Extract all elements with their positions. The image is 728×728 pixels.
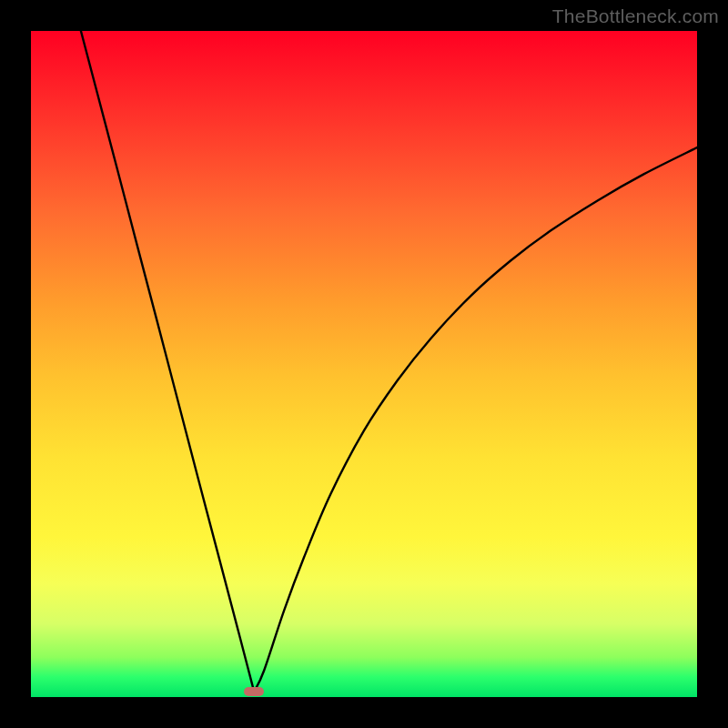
watermark-text: TheBottleneck.com (552, 5, 719, 27)
chart-stage: TheBottleneck.com (0, 0, 728, 728)
plot-frame (31, 31, 697, 697)
plot-gradient-background (31, 31, 697, 697)
